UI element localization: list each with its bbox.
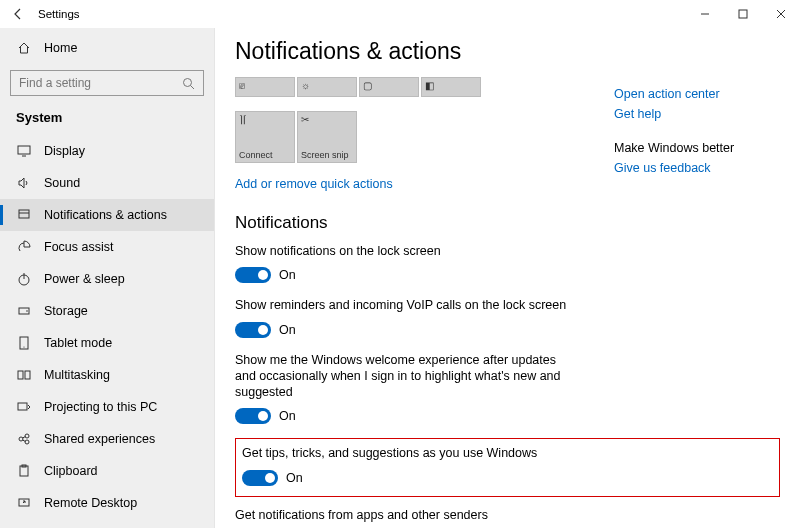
projecting-icon (16, 399, 32, 415)
setting-app-notifications: Get notifications from apps and other se… (235, 507, 780, 529)
back-button[interactable] (8, 7, 28, 21)
notifications-heading: Notifications (235, 213, 780, 233)
toggle-switch[interactable] (242, 470, 278, 486)
svg-rect-1 (739, 10, 747, 18)
sidebar-item-label: Power & sleep (44, 272, 125, 286)
sidebar-item-display[interactable]: Display (0, 135, 214, 167)
sidebar-item-sound[interactable]: Sound (0, 167, 214, 199)
svg-rect-15 (25, 371, 30, 379)
svg-point-18 (25, 434, 29, 438)
setting-reminders-voip: Show reminders and incoming VoIP calls o… (235, 297, 780, 337)
sidebar-item-multitasking[interactable]: Multitasking (0, 359, 214, 391)
sidebar-item-projecting[interactable]: Projecting to this PC (0, 391, 214, 423)
sidebar-item-label: Sound (44, 176, 80, 190)
toggle-switch[interactable] (235, 408, 271, 424)
setting-label: Show me the Windows welcome experience a… (235, 352, 575, 401)
svg-line-20 (23, 437, 26, 439)
main-content: Notifications & actions ⎚ ☼ ▢ ◧ ⌉⌈Connec… (215, 28, 800, 528)
svg-point-19 (25, 440, 29, 444)
toggle-state: On (279, 409, 296, 423)
quick-action-tile[interactable]: ☼ (297, 77, 357, 97)
maximize-button[interactable] (724, 0, 762, 28)
svg-point-13 (23, 346, 24, 347)
titlebar: Settings (0, 0, 800, 28)
toggle-state: On (279, 268, 296, 282)
home-button[interactable]: Home (0, 34, 214, 66)
sidebar-item-power-sleep[interactable]: Power & sleep (0, 263, 214, 295)
sidebar-item-label: Shared experiences (44, 432, 155, 446)
power-icon (16, 271, 32, 287)
svg-rect-6 (19, 210, 29, 218)
clipboard-icon (16, 463, 32, 479)
sound-icon (16, 175, 32, 191)
quick-action-tile-screen-snip[interactable]: ✂Screen snip (297, 111, 357, 163)
setting-label: Get notifications from apps and other se… (235, 507, 575, 523)
sidebar: Home Find a setting System Display Sound… (0, 28, 215, 528)
home-icon (16, 40, 32, 56)
close-button[interactable] (762, 0, 800, 28)
setting-welcome-experience: Show me the Windows welcome experience a… (235, 352, 780, 425)
make-windows-better-heading: Make Windows better (614, 141, 774, 155)
sidebar-item-storage[interactable]: Storage (0, 295, 214, 327)
sidebar-item-label: Clipboard (44, 464, 98, 478)
sidebar-item-remote-desktop[interactable]: Remote Desktop (0, 487, 214, 519)
shared-icon (16, 431, 32, 447)
multitasking-icon (16, 367, 32, 383)
svg-rect-14 (18, 371, 23, 379)
svg-line-21 (23, 440, 26, 442)
storage-icon (16, 303, 32, 319)
page-title: Notifications & actions (235, 38, 780, 65)
search-input[interactable]: Find a setting (10, 70, 204, 96)
sidebar-item-label: Multitasking (44, 368, 110, 382)
svg-point-2 (184, 78, 192, 86)
tablet-icon (16, 335, 32, 351)
sidebar-item-focus-assist[interactable]: Focus assist (0, 231, 214, 263)
sidebar-section: System (0, 110, 214, 135)
svg-rect-4 (18, 146, 30, 154)
sidebar-item-shared-experiences[interactable]: Shared experiences (0, 423, 214, 455)
sidebar-item-label: Tablet mode (44, 336, 112, 350)
setting-tips-tricks-highlighted: Get tips, tricks, and suggestions as you… (235, 438, 780, 496)
setting-label: Get tips, tricks, and suggestions as you… (242, 445, 582, 461)
sidebar-item-label: Notifications & actions (44, 208, 167, 222)
get-help-link[interactable]: Get help (614, 107, 774, 121)
sidebar-item-clipboard[interactable]: Clipboard (0, 455, 214, 487)
focus-assist-icon (16, 239, 32, 255)
quick-action-tile-connect[interactable]: ⌉⌈Connect (235, 111, 295, 163)
window-title: Settings (38, 8, 80, 20)
sidebar-item-notifications[interactable]: Notifications & actions (0, 199, 214, 231)
sidebar-item-label: Remote Desktop (44, 496, 137, 510)
sidebar-item-tablet-mode[interactable]: Tablet mode (0, 327, 214, 359)
sidebar-item-label: Display (44, 144, 85, 158)
back-arrow-icon (11, 7, 25, 21)
sidebar-item-label: Focus assist (44, 240, 113, 254)
notifications-icon (16, 207, 32, 223)
window-controls (686, 0, 800, 28)
toggle-switch[interactable] (235, 322, 271, 338)
setting-label: Show reminders and incoming VoIP calls o… (235, 297, 575, 313)
home-label: Home (44, 41, 77, 55)
quick-action-tile[interactable]: ◧ (421, 77, 481, 97)
minimize-button[interactable] (686, 0, 724, 28)
toggle-state: On (286, 471, 303, 485)
toggle-state: On (279, 323, 296, 337)
right-rail: Open action center Get help Make Windows… (614, 93, 774, 181)
svg-rect-16 (18, 403, 27, 410)
search-placeholder: Find a setting (19, 76, 91, 90)
quick-action-tile[interactable]: ▢ (359, 77, 419, 97)
svg-point-11 (26, 310, 28, 312)
open-action-center-link[interactable]: Open action center (614, 87, 774, 101)
toggle-switch[interactable] (235, 267, 271, 283)
quick-action-tile[interactable]: ⎚ (235, 77, 295, 97)
sidebar-item-label: Projecting to this PC (44, 400, 157, 414)
remote-desktop-icon (16, 495, 32, 511)
setting-label: Show notifications on the lock screen (235, 243, 575, 259)
sidebar-item-label: Storage (44, 304, 88, 318)
give-feedback-link[interactable]: Give us feedback (614, 161, 774, 175)
setting-lock-screen-notifications: Show notifications on the lock screen On (235, 243, 780, 283)
display-icon (16, 143, 32, 159)
svg-line-3 (191, 85, 195, 89)
search-icon (182, 77, 195, 90)
